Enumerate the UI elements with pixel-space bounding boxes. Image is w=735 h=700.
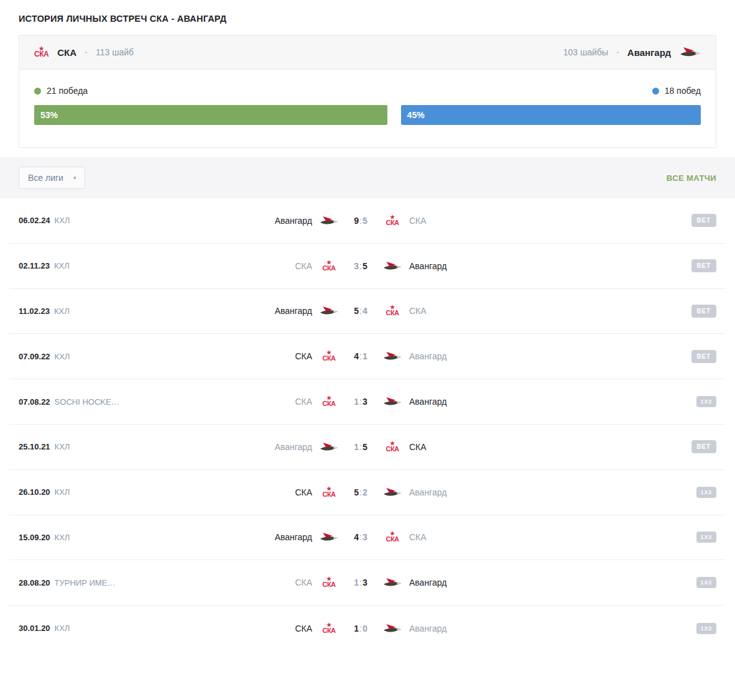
match-date: 15.09.20 (19, 533, 50, 542)
avangard-hawk-icon (383, 576, 402, 589)
away-score: 4 (363, 306, 368, 316)
match-row[interactable]: 02.11.23 КХЛ СКА ★СКА 3:5 Авангард BET (9, 244, 726, 289)
team1-goals: 113 шайб (96, 47, 134, 57)
match-row[interactable]: 07.08.22 SOCHI HOCKE… СКА ★СКА 1:3 Аванг… (9, 379, 726, 425)
bookmaker-badge[interactable]: BET (691, 214, 716, 227)
match-result: СКА ★СКА 1:3 Авангард (215, 576, 507, 589)
teams-header: ★СКА СКА 113 шайб 103 шайбы Авангард (19, 35, 716, 70)
match-score: 5:4 (346, 306, 376, 316)
match-league-link[interactable]: КХЛ (54, 261, 70, 270)
ska-logo: ★СКА (322, 487, 335, 498)
avangard-hawk-icon (320, 531, 338, 543)
avangard-hawk-icon (383, 486, 402, 499)
match-score: 1:5 (346, 442, 376, 452)
home-team-name: СКА (215, 261, 312, 271)
away-team-name: Авангард (409, 578, 507, 587)
blue-dot-icon (652, 88, 659, 94)
away-team-logo-slot: ★СКА (383, 532, 402, 543)
team2-wins-label: 18 побед (665, 86, 701, 96)
avangard-logo (320, 214, 338, 227)
match-result: СКА ★СКА 1:3 Авангард (215, 395, 507, 408)
ska-logo: ★СКА (386, 532, 399, 543)
home-score: 1 (354, 397, 359, 407)
ska-logo: ★СКА (322, 351, 335, 362)
match-row[interactable]: 06.02.24 КХЛ Авангард 9:5 ★СКА СКА BET (9, 198, 726, 244)
bookmaker-badge[interactable]: 1X2 (696, 577, 716, 588)
away-team-name: СКА (409, 442, 507, 452)
team1-side: ★СКА СКА 113 шайб (34, 47, 134, 58)
match-league-link[interactable]: КХЛ (55, 624, 70, 633)
match-row[interactable]: 26.10.20 КХЛ СКА ★СКА 5:2 Авангард 1X2 (9, 470, 726, 515)
match-score: 3:5 (346, 261, 376, 271)
match-score: 4:1 (346, 351, 376, 361)
home-team-logo-slot (320, 531, 338, 543)
all-matches-link[interactable]: ВСЕ МАТЧИ (667, 173, 716, 183)
avangard-hawk-icon (680, 45, 701, 59)
home-team-name: СКА (215, 397, 312, 407)
away-team-name: СКА (409, 306, 507, 316)
ska-logo: ★СКА (322, 396, 335, 407)
ska-logo: ★СКА (322, 260, 335, 272)
match-date: 28.08.20 (19, 578, 50, 587)
match-row[interactable]: 25.10.21 КХЛ Авангард 1:5 ★СКА СКА BET (9, 425, 726, 470)
match-result: СКА ★СКА 3:5 Авангард (215, 260, 507, 272)
away-team-name: Авангард (409, 397, 507, 407)
match-row[interactable]: 30.01.20 КХЛ СКА ★СКА 1:0 Авангард 1X2 (9, 606, 726, 651)
separator-dot (85, 52, 87, 53)
match-league-link[interactable]: ТУРНИР ИМЕ… (55, 578, 116, 587)
match-league-link[interactable]: КХЛ (55, 487, 70, 497)
avangard-logo (680, 45, 701, 59)
match-league-link[interactable]: КХЛ (54, 306, 70, 316)
bookmaker-badge[interactable]: 1X2 (696, 396, 716, 407)
match-row[interactable]: 11.02.23 КХЛ Авангард 5:4 ★СКА СКА BET (9, 289, 726, 334)
bookmaker-badge[interactable]: 1X2 (696, 623, 716, 634)
avangard-logo (383, 260, 402, 272)
avangard-hawk-icon (383, 395, 402, 408)
match-league-link[interactable]: КХЛ (55, 442, 70, 451)
avangard-logo (383, 486, 402, 499)
match-result: Авангард 9:5 ★СКА СКА (215, 214, 507, 227)
match-score: 5:2 (346, 487, 376, 497)
match-result: Авангард 1:5 ★СКА СКА (215, 441, 507, 453)
home-score: 9 (354, 216, 359, 226)
match-date: 02.11.23 (19, 261, 50, 270)
away-team-name: Авангард (409, 261, 507, 271)
match-score: 1:3 (346, 397, 376, 407)
bookmaker-badge[interactable]: 1X2 (696, 487, 716, 498)
match-row[interactable]: 07.09.22 КХЛ СКА ★СКА 4:1 Авангард BET (9, 334, 726, 379)
bookmaker-badge[interactable]: BET (691, 350, 716, 363)
match-score: 1:3 (346, 578, 376, 587)
home-score: 1 (354, 578, 359, 587)
bookmaker-badge[interactable]: BET (691, 440, 716, 453)
home-score: 5 (354, 306, 359, 316)
home-score: 3 (354, 261, 359, 271)
match-meta: 06.02.24 КХЛ (19, 216, 215, 225)
home-team-name: Авангард (215, 532, 312, 542)
away-team-logo-slot: ★СКА (383, 441, 402, 453)
home-team-name: СКА (215, 351, 312, 361)
home-team-logo-slot: ★СКА (320, 623, 338, 634)
bookmaker-badge[interactable]: 1X2 (696, 532, 716, 543)
away-team-logo-slot (383, 622, 402, 635)
home-team-name: Авангард (215, 216, 312, 226)
away-score: 2 (363, 487, 368, 497)
match-league-link[interactable]: КХЛ (55, 352, 70, 361)
away-score: 5 (363, 261, 368, 271)
match-league-link[interactable]: КХЛ (55, 216, 70, 225)
bookmaker-badge[interactable]: BET (691, 305, 716, 318)
league-filter-value: Все лиги (28, 173, 63, 183)
match-league-link[interactable]: КХЛ (55, 533, 70, 542)
away-team-name: Авангард (409, 624, 507, 633)
team1-wins-legend: 21 победа (34, 86, 88, 96)
away-team-name: Авангард (409, 351, 507, 361)
team2-name: Авангард (627, 47, 671, 58)
match-meta: 11.02.23 КХЛ (19, 306, 215, 316)
team2-wins-percent: 45% (407, 110, 425, 120)
league-filter-dropdown[interactable]: Все лиги ▾ (19, 167, 85, 189)
bookmaker-badge[interactable]: BET (691, 259, 716, 272)
match-row[interactable]: 28.08.20 ТУРНИР ИМЕ… СКА ★СКА 1:3 Аванга… (9, 560, 726, 606)
match-league-link[interactable]: SOCHI HOCKE… (55, 397, 119, 407)
wins-legend-row: 21 победа 18 побед (34, 86, 701, 96)
team1-wins-percent: 53% (40, 110, 58, 120)
match-row[interactable]: 15.09.20 КХЛ Авангард 4:3 ★СКА СКА 1X2 (9, 515, 726, 561)
